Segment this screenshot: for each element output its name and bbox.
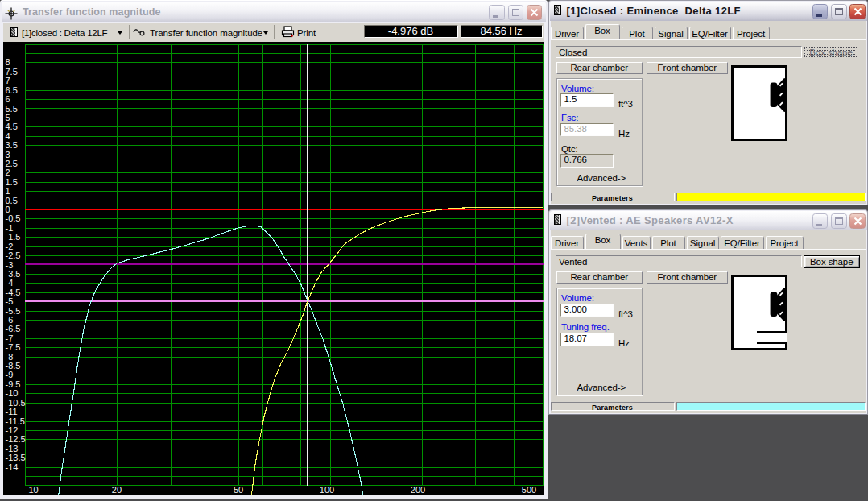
svg-text:-7.5: -7.5	[5, 342, 20, 352]
svg-text:-12.5: -12.5	[5, 434, 25, 444]
svg-text:7: 7	[5, 76, 10, 85]
svg-text:-10.5: -10.5	[5, 397, 25, 407]
svg-text:3: 3	[5, 149, 10, 159]
svg-text:-9: -9	[5, 370, 13, 379]
svg-text:-6.5: -6.5	[5, 324, 20, 333]
svg-text:-1.5: -1.5	[5, 232, 20, 242]
svg-text:1: 1	[5, 186, 10, 196]
svg-text:3.5: 3.5	[5, 140, 17, 150]
svg-text:100: 100	[319, 485, 333, 495]
svg-text:-13: -13	[5, 443, 18, 453]
svg-text:5.5: 5.5	[5, 103, 17, 113]
svg-text:500: 500	[521, 485, 535, 495]
svg-text:-10: -10	[5, 388, 18, 398]
svg-text:-8: -8	[5, 351, 13, 361]
svg-text:-7: -7	[5, 333, 13, 342]
svg-text:8: 8	[5, 57, 10, 67]
svg-text:5: 5	[5, 112, 10, 122]
svg-text:-1: -1	[5, 222, 13, 232]
svg-text:1.5: 1.5	[5, 176, 17, 186]
svg-text:-14: -14	[5, 462, 18, 471]
svg-text:-3: -3	[5, 259, 13, 269]
svg-text:0: 0	[5, 205, 10, 214]
svg-text:-5.5: -5.5	[5, 305, 20, 315]
svg-text:4.5: 4.5	[5, 122, 17, 131]
svg-text:-11: -11	[5, 407, 17, 416]
svg-text:-12: -12	[5, 424, 18, 434]
svg-text:-4: -4	[5, 278, 13, 288]
svg-text:-4.5: -4.5	[5, 287, 20, 296]
svg-text:20: 20	[111, 485, 121, 495]
svg-text:4: 4	[5, 130, 10, 140]
svg-text:-5: -5	[5, 296, 13, 306]
svg-text:7.5: 7.5	[5, 66, 17, 76]
svg-text:-11.5: -11.5	[5, 416, 24, 425]
svg-text:2.5: 2.5	[5, 158, 17, 168]
svg-text:6: 6	[5, 94, 10, 104]
svg-text:0.5: 0.5	[5, 195, 17, 205]
svg-text:-3.5: -3.5	[5, 268, 20, 278]
svg-text:-0.5: -0.5	[5, 213, 20, 223]
svg-text:-8.5: -8.5	[5, 361, 20, 371]
svg-text:-6: -6	[5, 315, 13, 325]
svg-text:-13.5: -13.5	[5, 453, 25, 462]
svg-text:-9.5: -9.5	[5, 379, 20, 388]
svg-text:6.5: 6.5	[5, 85, 17, 94]
svg-text:200: 200	[410, 485, 424, 495]
svg-text:10: 10	[28, 485, 38, 495]
svg-text:50: 50	[233, 485, 242, 495]
svg-text:2: 2	[5, 168, 10, 177]
svg-text:-2: -2	[5, 241, 13, 250]
svg-text:-2.5: -2.5	[5, 250, 20, 260]
